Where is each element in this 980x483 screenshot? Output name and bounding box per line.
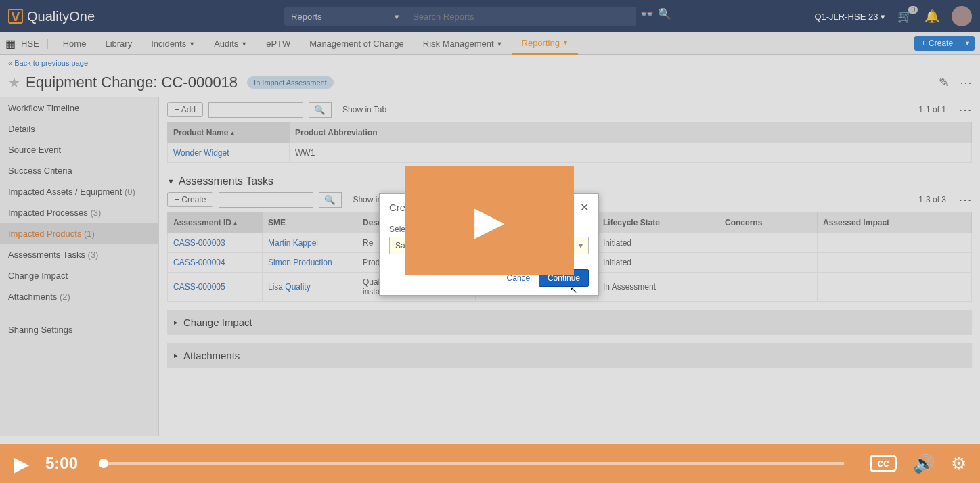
video-player-bar: ▶ 5:00 cc 🔊 ⚙ [0,444,980,483]
settings-gear-icon[interactable]: ⚙ [951,453,966,474]
progress-bar[interactable] [104,462,844,465]
dialog-close-icon[interactable]: ✕ [580,201,589,214]
progress-thumb[interactable] [99,459,108,468]
volume-icon[interactable]: 🔊 [913,453,935,474]
playback-time: 5:00 [45,454,78,473]
cc-button[interactable]: cc [870,455,897,472]
create-change-assessment-dialog: Create Change Assessment ✕ Select Change… [379,193,599,296]
play-icon[interactable]: ▶ [14,452,29,476]
dialog-title: Create Change Assessment [389,202,516,213]
dialog-field-label: Select Change Assessment [389,225,589,234]
dialog-cancel-button[interactable]: Cancel [507,273,532,283]
assessment-type-select[interactable]: Safety Assessment [389,237,589,254]
dialog-continue-button[interactable]: Continue [539,269,589,287]
